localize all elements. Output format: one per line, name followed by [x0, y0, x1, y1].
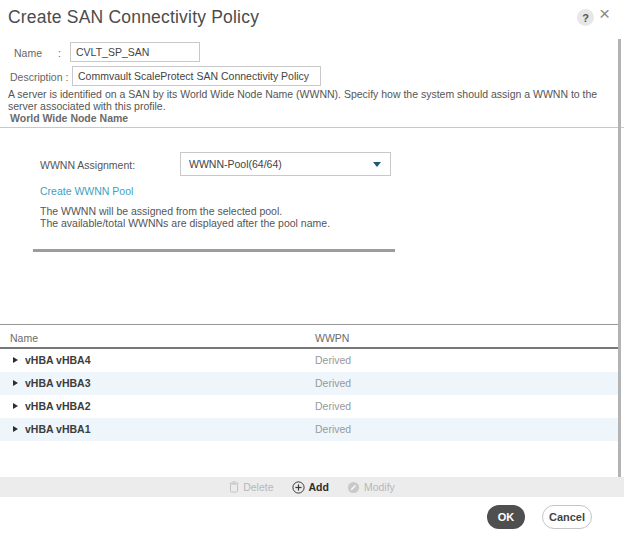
wwnn-note-line1: The WWNN will be assigned from the selec…	[40, 205, 282, 217]
content-divider	[33, 249, 395, 252]
description-field[interactable]	[72, 66, 321, 86]
wwnn-assignment-label: WWNN Assignment:	[40, 159, 135, 171]
table-row-vhba1[interactable]: vHBA vHBA1 Derived	[0, 418, 618, 441]
delete-label: Delete	[243, 481, 273, 493]
chevron-down-icon	[373, 162, 381, 167]
table-row-vhba3[interactable]: vHBA vHBA3 Derived	[0, 372, 618, 395]
add-button[interactable]: Add	[292, 481, 329, 494]
create-wwnn-pool-link[interactable]: Create WWNN Pool	[40, 185, 133, 197]
table-toolbar: Delete Add Modify	[0, 477, 624, 497]
row-wwpn: Derived	[315, 400, 351, 412]
table-row-vhba2[interactable]: vHBA vHBA2 Derived	[0, 395, 618, 418]
section-heading-wwnn: World Wide Node Name	[10, 112, 128, 124]
name-field[interactable]	[70, 42, 200, 62]
vertical-scrollbar[interactable]	[618, 39, 621, 477]
wwnn-note-line2: The available/total WWNNs are displayed …	[40, 217, 330, 229]
help-icon[interactable]: ?	[577, 9, 594, 26]
table-row-vhba4[interactable]: vHBA vHBA4 Derived	[0, 349, 618, 372]
wwnn-assignment-dropdown[interactable]: WWNN-Pool(64/64)	[180, 152, 391, 176]
name-label: Name	[14, 47, 42, 59]
row-wwpn: Derived	[315, 377, 351, 389]
close-icon[interactable]: ×	[599, 3, 610, 25]
modify-icon	[347, 481, 360, 494]
row-name: vHBA vHBA1	[25, 423, 91, 435]
row-wwpn: Derived	[315, 354, 351, 366]
column-header-wwpn[interactable]: WWPN	[315, 332, 349, 344]
create-san-connectivity-policy-dialog: Create SAN Connectivity Policy ? × Name …	[0, 0, 624, 543]
cancel-button[interactable]: Cancel	[542, 505, 592, 529]
column-header-name[interactable]: Name	[10, 332, 38, 344]
modify-button[interactable]: Modify	[347, 481, 395, 494]
modify-label: Modify	[364, 481, 395, 493]
table-top-border	[0, 324, 618, 325]
expand-arrow-icon[interactable]	[13, 426, 18, 432]
row-wwpn: Derived	[315, 423, 351, 435]
trash-icon	[229, 481, 239, 493]
expand-arrow-icon[interactable]	[13, 357, 18, 363]
expand-arrow-icon[interactable]	[13, 403, 18, 409]
dialog-title: Create SAN Connectivity Policy	[8, 7, 259, 28]
row-name: vHBA vHBA2	[25, 400, 91, 412]
description-label: Description :	[10, 71, 68, 83]
add-label: Add	[309, 481, 329, 493]
row-name: vHBA vHBA3	[25, 377, 91, 389]
wwnn-assignment-value: WWNN-Pool(64/64)	[181, 158, 282, 170]
section-divider	[0, 127, 624, 128]
ok-button[interactable]: OK	[487, 505, 525, 529]
row-name: vHBA vHBA4	[25, 354, 91, 366]
circle-plus-icon	[292, 481, 305, 494]
expand-arrow-icon[interactable]	[13, 380, 18, 386]
name-colon: :	[58, 47, 61, 59]
delete-button[interactable]: Delete	[229, 481, 273, 493]
wwnn-intro-text: A server is identified on a SAN by its W…	[8, 89, 607, 112]
